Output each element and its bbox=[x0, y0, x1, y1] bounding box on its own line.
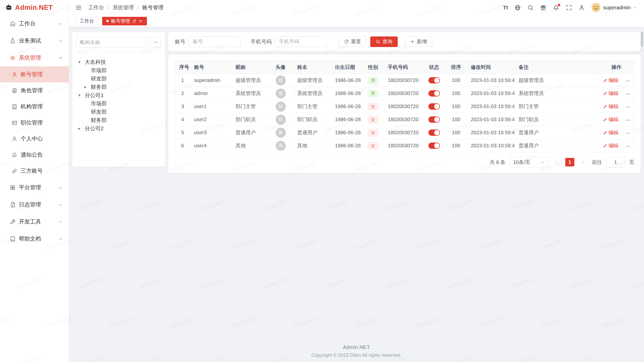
tree-caret-icon[interactable]: ▸ bbox=[78, 126, 85, 131]
menu-collapse-icon[interactable] bbox=[75, 5, 82, 11]
more-icon bbox=[625, 131, 630, 136]
sidebar-item-system-management[interactable]: 系统管理 bbox=[0, 49, 69, 66]
tree-node[interactable]: 市场部 bbox=[76, 99, 161, 108]
search-icon[interactable] bbox=[527, 5, 534, 11]
notification-dot bbox=[558, 4, 560, 6]
reset-button[interactable]: 重置 bbox=[339, 36, 366, 47]
tab-workbench[interactable]: 工作台 bbox=[75, 17, 98, 25]
row-more-button[interactable] bbox=[625, 118, 630, 123]
org-more-button[interactable] bbox=[150, 37, 161, 48]
account-input[interactable] bbox=[189, 36, 240, 47]
footer-copyright: Copyright © 2022 Dilon All rights reserv… bbox=[69, 352, 644, 358]
sidebar-item-post-management[interactable]: 职位管理 bbox=[0, 115, 69, 131]
gender-badge: 女 bbox=[368, 129, 378, 137]
total-count: 共 6 条 bbox=[490, 159, 505, 166]
row-more-button[interactable] bbox=[625, 78, 630, 83]
col-status: 状态 bbox=[423, 61, 446, 74]
goto-page-input[interactable] bbox=[607, 157, 625, 167]
status-toggle[interactable] bbox=[428, 143, 440, 149]
gender-badge: 男 bbox=[368, 90, 378, 97]
status-toggle[interactable] bbox=[428, 116, 440, 123]
edit-button[interactable]: 编辑 bbox=[603, 116, 619, 123]
sidebar-item-account-management[interactable]: 账号管理 bbox=[0, 66, 69, 82]
profile-icon bbox=[12, 136, 17, 142]
sidebar-item-third-party-account[interactable]: 三方账号 bbox=[0, 163, 69, 179]
prev-page-button[interactable] bbox=[552, 158, 561, 166]
row-more-button[interactable] bbox=[625, 144, 630, 149]
row-more-button[interactable] bbox=[625, 105, 630, 110]
user-menu[interactable]: superadmin bbox=[591, 3, 637, 12]
sidebar-item-personal-center[interactable]: 个人中心 bbox=[0, 131, 69, 147]
org-search-input[interactable] bbox=[76, 37, 148, 48]
cell-status bbox=[423, 139, 446, 152]
tree-node[interactable]: 财务部 bbox=[76, 116, 161, 124]
link-icon bbox=[12, 168, 17, 174]
sidebar-item-label: 工作台 bbox=[19, 20, 35, 27]
tree-node[interactable]: ▾ 分公司1 bbox=[76, 91, 161, 99]
page-size-select[interactable]: 10条/页 bbox=[510, 157, 548, 167]
sidebar-item-notice[interactable]: 通知公告 bbox=[0, 147, 69, 163]
tree-node[interactable]: ▸ 分公司2 bbox=[76, 124, 161, 132]
tree-node[interactable]: 研发部 bbox=[76, 108, 161, 116]
refresh-icon[interactable] bbox=[132, 19, 136, 23]
breadcrumb-item-current: 账号管理 bbox=[142, 4, 164, 11]
breadcrumb-item[interactable]: 工作台 bbox=[88, 4, 104, 11]
cell-nickname: 超级管理员 bbox=[232, 74, 268, 87]
font-size-button[interactable]: Tt bbox=[503, 5, 508, 11]
scrollbar-thumb[interactable] bbox=[641, 31, 643, 47]
sidebar-item-role-management[interactable]: 角色管理 bbox=[0, 82, 69, 99]
sidebar-item-help-docs[interactable]: 帮助文档 bbox=[0, 230, 69, 247]
globe-icon[interactable] bbox=[514, 5, 521, 11]
breadcrumb-item[interactable]: 系统管理 bbox=[113, 4, 134, 11]
search-icon bbox=[376, 39, 380, 44]
tree-caret-icon[interactable]: ▾ bbox=[78, 59, 85, 65]
edit-button[interactable]: 编辑 bbox=[603, 142, 619, 149]
tab-account-management[interactable]: 账号管理 bbox=[102, 17, 147, 25]
tree-node[interactable]: 研发部 bbox=[76, 74, 161, 83]
col-birthday: 出生日期 bbox=[331, 61, 363, 74]
fullscreen-icon[interactable] bbox=[566, 5, 572, 11]
sidebar-item-business-test[interactable]: 业务测试 bbox=[0, 32, 69, 49]
chevron-down-icon bbox=[58, 203, 63, 207]
cell-remark: 部门主管 bbox=[515, 100, 599, 113]
cell-phone: 18020030720 bbox=[384, 126, 423, 139]
sidebar-item-log-management[interactable]: 日志管理 bbox=[0, 196, 69, 213]
cell-nickname: 其他 bbox=[232, 139, 268, 152]
sidebar-item-platform-management[interactable]: 平台管理 bbox=[0, 179, 69, 196]
status-toggle[interactable] bbox=[428, 90, 440, 97]
status-toggle[interactable] bbox=[428, 129, 440, 136]
tree-node[interactable]: 市场部 bbox=[76, 66, 161, 74]
sidebar-item-workbench[interactable]: 工作台 bbox=[0, 15, 69, 32]
sidebar-item-dev-tools[interactable]: 开发工具 bbox=[0, 213, 69, 230]
edit-button[interactable]: 编辑 bbox=[603, 103, 619, 110]
gift-icon[interactable] bbox=[540, 5, 546, 11]
status-toggle[interactable] bbox=[428, 77, 440, 83]
cell-modified: 2023-01-03 10:59:44 bbox=[467, 74, 515, 87]
row-more-button[interactable] bbox=[625, 92, 630, 97]
edit-button[interactable]: 编辑 bbox=[603, 129, 619, 136]
phone-input[interactable] bbox=[275, 36, 327, 47]
edit-label: 编辑 bbox=[609, 142, 619, 149]
row-more-button[interactable] bbox=[625, 131, 630, 136]
add-button[interactable]: 新增 bbox=[405, 36, 432, 47]
tree-caret-icon[interactable]: ▾ bbox=[78, 93, 85, 98]
close-icon[interactable] bbox=[139, 19, 143, 23]
tree-node[interactable]: ▸ 财务部 bbox=[76, 83, 161, 91]
cell-gender: 女 bbox=[363, 113, 384, 126]
tree-node[interactable]: ▾ 大名科技 bbox=[76, 58, 161, 66]
notifications-button[interactable] bbox=[553, 5, 559, 11]
tree-caret-icon[interactable]: ▸ bbox=[84, 84, 91, 90]
page-button-1[interactable]: 1 bbox=[565, 158, 574, 166]
logo[interactable]: Admin.NET bbox=[0, 0, 69, 15]
user-icon[interactable] bbox=[579, 5, 585, 11]
edit-button[interactable]: 编辑 bbox=[603, 77, 619, 84]
cell-name: 普通用户 bbox=[293, 126, 331, 139]
cell-gender: 女 bbox=[363, 126, 384, 139]
chevron-down-icon bbox=[58, 186, 63, 190]
status-toggle[interactable] bbox=[428, 103, 440, 110]
edit-button[interactable]: 编辑 bbox=[603, 90, 619, 97]
id-card-icon bbox=[12, 120, 17, 126]
search-button[interactable]: 查询 bbox=[370, 36, 398, 47]
next-page-button[interactable] bbox=[579, 158, 587, 166]
sidebar-item-org-management[interactable]: 机构管理 bbox=[0, 99, 69, 115]
